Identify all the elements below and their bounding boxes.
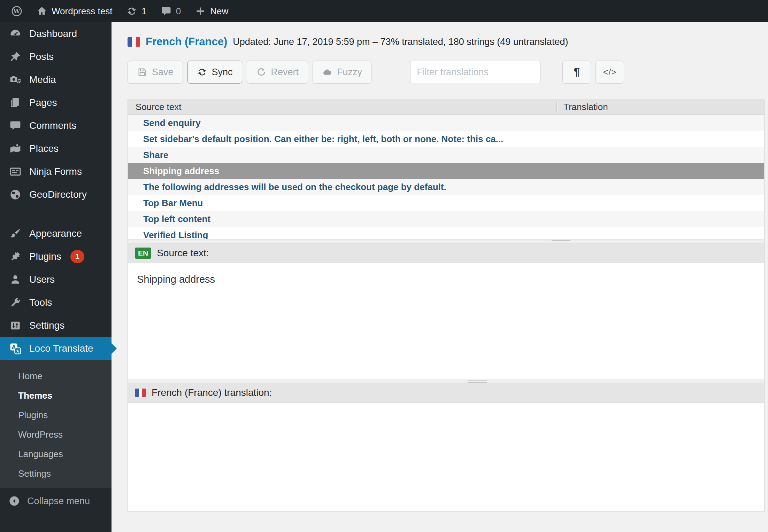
collapse-menu-label: Collapse menu [27,496,90,507]
media-icon [9,73,22,86]
filter-translations-input[interactable] [410,61,540,83]
table-row[interactable]: Send enquiry [128,115,764,131]
map-marker-icon [9,142,22,155]
loco-translate-submenu: Home Themes Plugins WordPress Languages … [0,360,112,488]
editor-toolbar: Save Sync Revert Fuzzy ¶ </> [128,61,765,84]
table-row[interactable]: Top Bar Menu [128,195,764,211]
pilcrow-icon: ¶ [574,66,580,78]
comments-menu[interactable]: 0 [154,0,188,22]
column-header-source[interactable]: Source text [128,102,182,112]
sidebar-item-places[interactable]: Places [0,137,112,160]
sidebar-item-label: GeoDirectory [29,189,87,200]
svg-text:W: W [13,8,21,15]
main-content: French (France) Updated: June 17, 2019 5… [112,22,768,532]
dashboard-icon [9,28,22,40]
collapse-menu-button[interactable]: Collapse menu [0,491,112,511]
table-row[interactable]: Set sidebar's default position. Can eith… [128,131,764,147]
table-row-selected[interactable]: Shipping address [128,163,764,179]
sidebar-item-dashboard[interactable]: Dashboard [0,22,112,45]
translation-label: French (France) translation: [152,387,272,398]
admin-bar: W Wordpress test 1 0 New [0,0,768,22]
language-title-link[interactable]: French (France) [146,36,227,48]
sync-icon [197,67,207,77]
string-list: Send enquiry Set sidebar's default posit… [128,115,764,239]
submenu-item-settings[interactable]: Settings [0,464,112,483]
sidebar-item-label: Users [29,274,55,285]
sidebar-item-label: Tools [29,297,52,308]
table-header: Source text Translation [128,99,764,115]
column-resize-handle[interactable] [556,102,558,112]
page-title-row: French (France) Updated: June 17, 2019 5… [128,36,765,48]
pages-icon [9,96,22,109]
wordpress-logo-icon[interactable]: W [4,0,29,22]
sidebar-item-geodirectory[interactable]: GeoDirectory [0,183,112,206]
translation-header: French (France) translation: [128,383,764,403]
table-row[interactable]: Verified Listing [128,227,764,239]
submenu-item-plugins[interactable]: Plugins [0,405,112,425]
plugins-update-badge: 1 [70,250,84,263]
language-badge-en: EN [135,248,151,259]
resize-gripper[interactable] [468,380,487,383]
sidebar-item-loco-translate[interactable]: A★ Loco Translate [0,337,112,360]
sidebar-item-label: Media [29,74,56,85]
sidebar-item-label: Places [29,143,59,154]
updates-icon [126,6,137,17]
collapse-arrow-icon [8,495,20,507]
sidebar-item-label: Pages [29,97,57,108]
table-row[interactable]: Share [128,147,764,163]
submenu-item-languages[interactable]: Languages [0,444,112,464]
sliders-icon [9,319,22,332]
source-text-header: EN Source text: [128,243,764,263]
code-icon: </> [603,67,617,77]
submenu-item-themes[interactable]: Themes [0,386,112,405]
paintbrush-icon [9,227,22,240]
new-menu[interactable]: New [188,0,235,22]
code-view-button[interactable]: </> [596,61,624,84]
french-flag-icon [135,389,146,397]
updated-status-text: Updated: June 17, 2019 5:59 pm – 73% tra… [233,37,568,47]
sidebar-item-label: Settings [29,320,64,331]
pane-divider [128,239,764,243]
fuzzy-button[interactable]: Fuzzy [313,61,371,84]
globe-icon [9,188,22,201]
translation-textarea[interactable] [128,403,764,511]
invisibles-toggle-button[interactable]: ¶ [562,61,591,84]
sidebar-item-posts[interactable]: Posts [0,45,112,68]
sidebar-item-settings[interactable]: Settings [0,314,112,337]
site-name-menu[interactable]: Wordpress test [29,0,119,22]
sidebar-item-label: Dashboard [29,28,77,39]
sidebar-item-plugins[interactable]: Plugins 1 [0,245,112,268]
form-icon [9,165,22,178]
wrench-icon [9,296,22,309]
sidebar-item-label: Posts [29,51,54,62]
sidebar-item-appearance[interactable]: Appearance [0,222,112,245]
table-row[interactable]: The following addresses will be used on … [128,179,764,195]
sidebar-item-tools[interactable]: Tools [0,291,112,314]
comment-icon [161,6,172,17]
translate-icon: A★ [9,342,22,355]
new-label: New [210,6,228,17]
sidebar-item-media[interactable]: Media [0,68,112,91]
save-button[interactable]: Save [128,61,183,84]
sidebar-item-label: Appearance [29,228,82,239]
revert-button[interactable]: Revert [247,61,308,84]
table-row[interactable]: Top left content [128,211,764,227]
translation-editor-panel: Source text Translation Send enquiry Set… [128,99,765,512]
menu-separator [0,206,112,222]
site-name: Wordpress test [52,6,112,17]
column-header-translation[interactable]: Translation [563,102,608,112]
sidebar-item-label: Comments [29,120,76,131]
sidebar-item-pages[interactable]: Pages [0,91,112,114]
svg-text:★: ★ [16,348,20,354]
french-flag-icon [128,37,140,47]
submenu-item-wordpress[interactable]: WordPress [0,425,112,444]
sidebar-item-label: Loco Translate [29,343,93,354]
resize-gripper[interactable] [552,240,570,243]
sync-button[interactable]: Sync [187,61,242,84]
updates-menu[interactable]: 1 [119,0,153,22]
sidebar-item-comments[interactable]: Comments [0,114,112,137]
revert-icon [256,67,267,77]
submenu-item-home[interactable]: Home [0,366,112,386]
sidebar-item-users[interactable]: Users [0,268,112,291]
sidebar-item-ninja-forms[interactable]: Ninja Forms [0,160,112,183]
